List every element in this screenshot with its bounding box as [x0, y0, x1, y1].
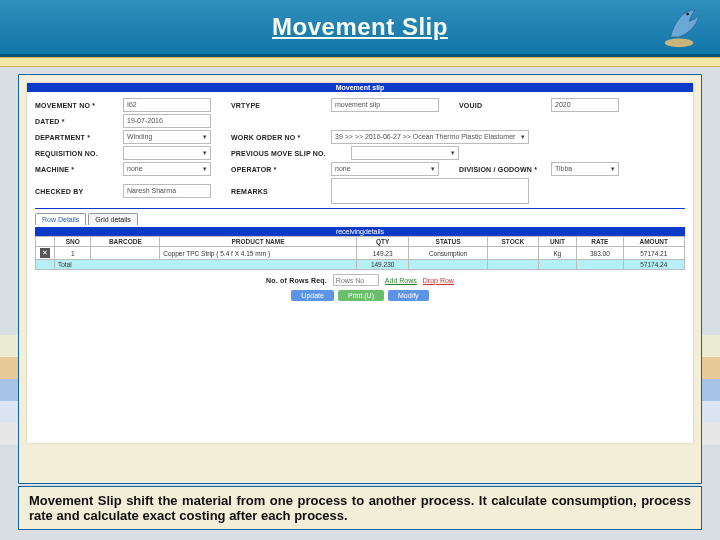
grid-title: receivingdetails: [35, 227, 685, 236]
slide-title: Movement Slip: [272, 13, 448, 41]
modify-button[interactable]: Modify: [388, 290, 429, 301]
th-qty: QTY: [356, 237, 409, 247]
rows-count-input[interactable]: [333, 274, 379, 286]
label-remarks: REMARKS: [231, 188, 331, 195]
detail-tabs: Row Details Grid details: [35, 213, 685, 225]
cell-qty[interactable]: 149.23: [356, 247, 409, 260]
svg-point-1: [686, 13, 689, 16]
label-dated: DATED *: [35, 118, 123, 125]
svg-point-0: [665, 39, 694, 48]
table-header-row: SNO BARCODE PRODUCT NAME QTY STATUS STOC…: [36, 237, 685, 247]
table-total-row: Total 149.230 57174.24: [36, 260, 685, 270]
label-vrtype: VRTYPE: [231, 102, 331, 109]
machine-select[interactable]: none: [123, 162, 211, 176]
total-amount: 57174.24: [623, 260, 684, 270]
slide-caption: Movement Slip shift the material from on…: [18, 486, 702, 530]
details-table: SNO BARCODE PRODUCT NAME QTY STATUS STOC…: [35, 236, 685, 270]
operator-select[interactable]: none: [331, 162, 439, 176]
total-qty: 149.230: [356, 260, 409, 270]
remarks-textarea[interactable]: [331, 178, 529, 204]
update-button[interactable]: Update: [291, 290, 334, 301]
divider-strip: [0, 57, 720, 67]
add-rows-link[interactable]: Add Rows: [385, 277, 417, 284]
cell-sno[interactable]: 1: [55, 247, 91, 260]
print-button[interactable]: Print (U): [338, 290, 384, 301]
work-order-select[interactable]: 39 >> >> 2016-06-27 >> Ocean Thermo Plas…: [331, 130, 529, 144]
label-work-order: WORK ORDER NO *: [231, 134, 331, 141]
vrtype-field[interactable]: movement slip: [331, 98, 439, 112]
label-checked-by: CHECKED BY: [35, 188, 123, 195]
cell-unit[interactable]: Kg: [538, 247, 576, 260]
th-product: PRODUCT NAME: [160, 237, 357, 247]
movement-slip-app: Movement slip MOVEMENT NO * I62 VRTYPE m…: [27, 83, 693, 443]
tab-row-details[interactable]: Row Details: [35, 213, 86, 225]
bottom-button-bar: Update Print (U) Modify: [35, 290, 685, 301]
label-division: DIVISION / GODOWN *: [459, 166, 551, 173]
label-movement-no: MOVEMENT NO *: [35, 102, 123, 109]
cell-barcode[interactable]: [91, 247, 160, 260]
app-title: Movement slip: [27, 83, 693, 92]
screenshot-panel: Movement slip MOVEMENT NO * I62 VRTYPE m…: [18, 74, 702, 484]
cell-rate[interactable]: 383.00: [577, 247, 623, 260]
label-department: DEPARTMENT *: [35, 134, 123, 141]
drop-row-link[interactable]: Drop Row: [423, 277, 454, 284]
checked-by-field[interactable]: Naresh Sharma: [123, 184, 211, 198]
slide-title-bar: Movement Slip: [0, 0, 720, 57]
division-select[interactable]: Tibba: [551, 162, 619, 176]
cell-product[interactable]: Copper TPC Strip ( 5.4 f X 4.15 mm ): [160, 247, 357, 260]
cell-status[interactable]: Consumption: [409, 247, 487, 260]
dated-field[interactable]: 19-07-2016: [123, 114, 211, 128]
delete-row-icon[interactable]: ✕: [40, 248, 50, 258]
label-prev-move-slip: PREVIOUS MOVE SLIP NO.: [231, 150, 351, 157]
th-stock: STOCK: [487, 237, 538, 247]
tab-grid-details[interactable]: Grid details: [88, 213, 137, 225]
th-sno: SNO: [55, 237, 91, 247]
row-controls: No. of Rows Req. Add Rows Drop Row: [35, 274, 685, 286]
label-vouid: VOUID: [459, 102, 551, 109]
section-divider: [35, 208, 685, 209]
label-requisition-no: REQUISITION NO.: [35, 150, 123, 157]
prev-move-select[interactable]: [351, 146, 459, 160]
cell-amount[interactable]: 57174.21: [623, 247, 684, 260]
movement-no-field[interactable]: I62: [123, 98, 211, 112]
requisition-select[interactable]: [123, 146, 211, 160]
th-rate: RATE: [577, 237, 623, 247]
th-amount: AMOUNT: [623, 237, 684, 247]
rows-req-label: No. of Rows Req.: [266, 277, 327, 284]
total-label: Total: [55, 260, 357, 270]
cell-stock[interactable]: [487, 247, 538, 260]
form-area: MOVEMENT NO * I62 VRTYPE movement slip V…: [27, 92, 693, 305]
department-select[interactable]: Winding: [123, 130, 211, 144]
th-status: STATUS: [409, 237, 487, 247]
th-unit: UNIT: [538, 237, 576, 247]
label-operator: OPERATOR *: [231, 166, 331, 173]
th-barcode: BARCODE: [91, 237, 160, 247]
label-machine: MACHINE *: [35, 166, 123, 173]
vouid-field[interactable]: 2020: [551, 98, 619, 112]
bird-logo: [656, 4, 702, 50]
table-row[interactable]: ✕ 1 Copper TPC Strip ( 5.4 f X 4.15 mm )…: [36, 247, 685, 260]
